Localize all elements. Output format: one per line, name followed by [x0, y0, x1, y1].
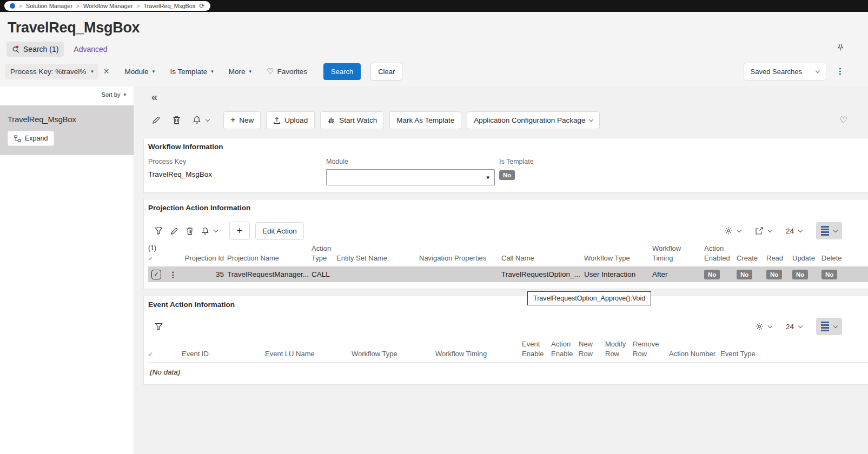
chevron-right-icon: >: [136, 3, 140, 9]
column-header-update: Update: [792, 243, 821, 266]
column-header-action-type: Action Type: [312, 243, 336, 266]
projection-header-row: (1) ✓ Projection Id Projection Name Acti…: [148, 243, 868, 266]
column-header-action-number: Action Number: [669, 338, 720, 363]
gear-icon: [724, 226, 733, 235]
new-button[interactable]: + New: [223, 111, 261, 129]
pin-icon[interactable]: [837, 43, 844, 51]
column-header-read: Read: [766, 243, 792, 266]
record-toolbar: + New Upload Start Watch Mark As Templat…: [152, 110, 830, 130]
is-template-label: Is Template: [499, 158, 534, 165]
sort-by-dropdown[interactable]: Sort by ▾: [102, 91, 126, 98]
filter-chip-process-key[interactable]: Process Key: %travel% ▾: [5, 64, 98, 79]
page-header: TravelReq_MsgBox Search (1) Advanced Pro…: [0, 12, 868, 86]
edit-icon[interactable]: [152, 116, 161, 124]
chevron-down-icon: ▾: [249, 69, 251, 74]
read-badge: No: [766, 270, 782, 279]
view-toggle-dropdown[interactable]: [816, 318, 842, 335]
sidebar-item-selected[interactable]: TravelReq_MsgBox Expand: [0, 105, 134, 155]
row-menu-icon[interactable]: ⋮: [167, 270, 177, 279]
view-toggle-dropdown[interactable]: [816, 222, 842, 239]
select-all-header[interactable]: (1) ✓: [148, 243, 167, 266]
projection-action-title: Projection Action Information: [148, 204, 250, 212]
edit-action-button[interactable]: Edit Action: [255, 222, 304, 240]
filter-icon[interactable]: [155, 323, 163, 331]
cell-navigation-properties: [419, 266, 501, 282]
collapse-panel-icon[interactable]: «: [151, 91, 157, 102]
refresh-icon[interactable]: ⟳: [199, 2, 204, 10]
module-label: Module: [326, 158, 495, 165]
overflow-menu-icon[interactable]: ⋮: [836, 66, 844, 76]
clear-button[interactable]: Clear: [370, 63, 402, 81]
edit-icon[interactable]: [170, 227, 178, 235]
page-size-dropdown[interactable]: 24: [786, 323, 802, 331]
list-view-icon: [821, 226, 829, 236]
delete-icon[interactable]: [173, 116, 181, 124]
process-key-label: Process Key: [148, 158, 212, 165]
breadcrumb-item-solution-manager[interactable]: Solution Manager: [26, 3, 72, 9]
search-icon: [12, 45, 20, 54]
tab-search[interactable]: Search (1): [6, 42, 64, 57]
breadcrumb-item-current: TravelReq_MsgBox: [143, 3, 195, 9]
chevron-down-icon: [833, 228, 838, 232]
filter-dropdown-module[interactable]: Module ▾: [125, 68, 155, 76]
favorite-record-icon[interactable]: ♡: [839, 115, 847, 126]
search-button[interactable]: Search: [323, 63, 361, 80]
page-size-value: 24: [786, 227, 794, 235]
favorites-toggle[interactable]: ♡ Favorites: [267, 66, 307, 76]
search-tabs: Search (1) Advanced: [6, 42, 108, 57]
module-select[interactable]: ▾: [326, 169, 495, 185]
process-key-value: TravelReq_MsgBox: [148, 170, 212, 178]
application-configuration-package-button[interactable]: Application Configuration Package: [467, 111, 599, 129]
mark-as-template-label: Mark As Template: [396, 116, 454, 124]
cell-call-name[interactable]: TravelRequestOption_...: [501, 266, 584, 282]
tab-search-label: Search (1): [23, 45, 58, 54]
sort-by-label: Sort by: [102, 91, 121, 98]
projection-action-card: Projection Action Information + Edit Act…: [143, 199, 868, 289]
table-row[interactable]: ✓ ⋮ 35 TravelRequestManager... CALL Trav…: [148, 266, 868, 282]
column-header-create: Create: [737, 243, 766, 266]
column-header-event-type: Event Type: [720, 338, 764, 363]
upload-icon: [273, 116, 281, 124]
export-dropdown[interactable]: [755, 226, 772, 235]
tab-advanced[interactable]: Advanced: [74, 45, 107, 54]
saved-searches-dropdown[interactable]: Saved Searches: [744, 63, 826, 81]
chevron-down-icon: [768, 324, 772, 328]
workflow-information-title: Workflow Information: [148, 143, 223, 151]
filter-dropdown-is-template[interactable]: Is Template ▾: [170, 68, 213, 76]
mark-as-template-button[interactable]: Mark As Template: [389, 111, 461, 129]
filter-chip-remove-icon[interactable]: ✕: [103, 67, 110, 76]
delete-badge: No: [821, 270, 837, 279]
chevron-down-icon: [798, 324, 803, 328]
is-template-field: Is Template No: [499, 158, 534, 180]
chevron-down-icon: [588, 117, 593, 122]
acp-label: Application Configuration Package: [474, 116, 585, 124]
filter-dropdown-more[interactable]: More ▾: [229, 68, 251, 76]
cell-projection-id: 35: [182, 266, 227, 282]
delete-icon[interactable]: [186, 227, 194, 235]
column-header-call-name: Call Name: [501, 243, 584, 266]
column-header-filler: [854, 243, 868, 266]
filter-bar: Process Key: %travel% ▾ ✕ Module ▾ Is Te…: [5, 63, 868, 80]
notifications-icon[interactable]: [193, 116, 201, 124]
chevron-down-icon: [214, 228, 218, 232]
select-all-header[interactable]: ✓: [148, 338, 182, 363]
chevron-down-icon: [737, 228, 741, 232]
column-header-action-enable: Action Enable: [551, 338, 579, 363]
notifications-icon[interactable]: [201, 227, 209, 235]
row-checkbox[interactable]: ✓: [151, 270, 161, 279]
add-row-button[interactable]: +: [229, 222, 250, 240]
start-watch-button[interactable]: Start Watch: [320, 111, 384, 129]
top-bar: > Solution Manager > Workflow Manager > …: [0, 0, 868, 12]
grid-settings-dropdown[interactable]: [724, 226, 741, 235]
breadcrumb-item-workflow-manager[interactable]: Workflow Manager: [83, 3, 133, 9]
action-enabled-badge: No: [704, 270, 720, 279]
no-data-message: (No data): [150, 368, 180, 376]
page-size-dropdown[interactable]: 24: [786, 227, 802, 235]
expand-button[interactable]: Expand: [8, 131, 54, 146]
filter-module-label: Module: [125, 68, 149, 76]
favorites-label: Favorites: [277, 68, 307, 76]
upload-button[interactable]: Upload: [266, 111, 315, 129]
process-key-field: Process Key TravelReq_MsgBox: [148, 158, 212, 178]
filter-icon[interactable]: [155, 227, 163, 235]
grid-settings-dropdown[interactable]: [755, 322, 772, 331]
